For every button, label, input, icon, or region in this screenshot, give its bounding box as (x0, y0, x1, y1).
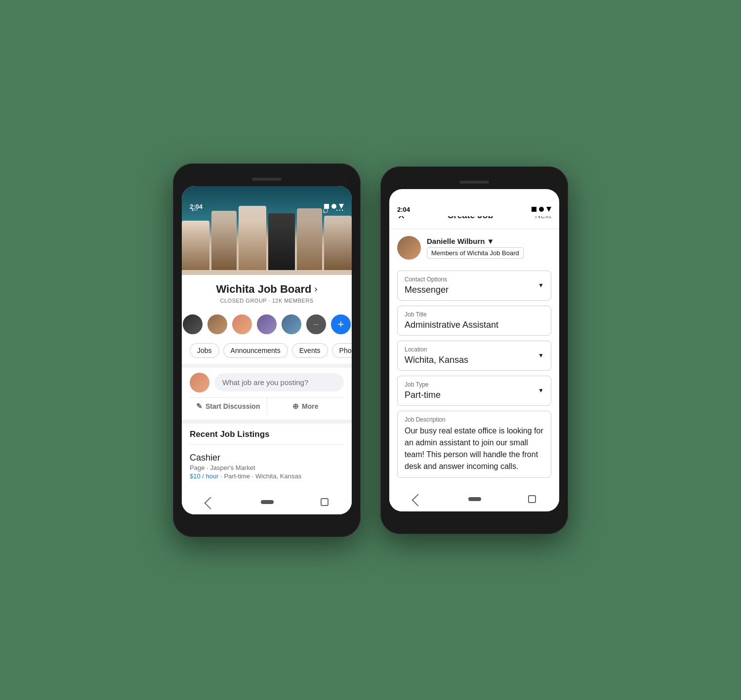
post-input[interactable]: What job are you posting? (214, 373, 344, 391)
phone-left: 2:04 ← ⌕ ··· (173, 163, 361, 537)
dropdown-icon[interactable]: ▼ (487, 237, 494, 245)
job-description-label: Job Description (405, 416, 544, 423)
poster-row: Danielle Wilburn ▼ Members of Wichita Jo… (389, 229, 559, 267)
contact-options-field[interactable]: Contact Options Messenger ▼ (397, 271, 551, 301)
pill-photos[interactable]: Photos (332, 343, 352, 358)
bezel-top-right (389, 175, 559, 189)
nav-back-button-r[interactable] (403, 493, 431, 506)
recents-square-icon-r (528, 495, 536, 503)
post-box-area: What job are you posting? ✎ Start Discus… (182, 364, 352, 420)
speaker-right (459, 181, 489, 184)
job-details-cashier: $10 / hour · Part-time · Wichita, Kansas (190, 472, 344, 480)
pill-announcements[interactable]: Announcements (223, 343, 288, 358)
job-title-field[interactable]: Job Title Administrative Assistant (397, 306, 551, 336)
pill-jobs[interactable]: Jobs (190, 343, 219, 358)
avatar-5[interactable] (281, 313, 302, 335)
cover-photo (182, 186, 352, 275)
job-title-value: Administrative Assistant (405, 320, 544, 330)
home-pill-icon (261, 500, 274, 504)
signal-icon (324, 204, 329, 209)
nav-home-button[interactable] (251, 498, 284, 506)
phones-container: 2:04 ← ⌕ ··· (173, 163, 568, 537)
group-chevron[interactable]: › (314, 284, 317, 294)
status-time-left: 2:04 (190, 203, 203, 210)
more-button[interactable]: ⊕ More (267, 398, 344, 415)
group-header: Wichita Job Board › CLOSED GROUP · 12K M… (182, 275, 352, 308)
bezel-top-left (182, 172, 352, 186)
job-listing-cashier[interactable]: Cashier Page · Jasper's Market $10 / hou… (190, 449, 344, 484)
nav-home-button-r[interactable] (458, 495, 491, 503)
nav-recents-button[interactable] (311, 496, 338, 508)
cover-overlay (182, 186, 352, 275)
location-value: Wichita, Kansas (405, 355, 544, 365)
edit-icon: ✎ (196, 402, 203, 411)
job-source-cashier: Page · Jasper's Market (190, 464, 344, 471)
more-dots: ··· (314, 320, 319, 328)
battery-icon (339, 204, 344, 209)
home-pill-icon-r (468, 497, 481, 501)
job-type-arrow: ▼ (538, 387, 544, 394)
battery-icon-r (546, 207, 551, 212)
status-bar-right: 2:04 (389, 203, 559, 216)
job-type-value: Part-time (405, 390, 544, 400)
avatar-3[interactable] (231, 313, 253, 335)
job-title-cashier: Cashier (190, 453, 344, 463)
nav-back-button[interactable] (195, 496, 224, 508)
avatar-more[interactable]: ··· (305, 313, 327, 335)
wifi-icon (331, 204, 336, 209)
recent-jobs-title: Recent Job Listings (190, 429, 344, 439)
contact-options-arrow: ▼ (538, 282, 544, 289)
phone-right: 2:04 ✕ Create Job Next Danielle Wilburn (380, 166, 568, 534)
signal-icon-r (532, 207, 536, 212)
nav-recents-button-r[interactable] (518, 493, 546, 505)
location-label: Location (405, 346, 544, 353)
post-actions: ✎ Start Discussion ⊕ More (190, 397, 344, 415)
contact-options-label: Contact Options (405, 276, 544, 283)
speaker-left (252, 178, 282, 181)
poster-avatar (397, 236, 421, 260)
bezel-bottom-left (182, 514, 352, 528)
group-name: Wichita Job Board › (190, 283, 344, 296)
category-pills: Jobs Announcements Events Photos (182, 341, 352, 364)
status-icons-right (532, 207, 551, 212)
contact-options-value: Messenger (405, 285, 544, 295)
poster-name: Danielle Wilburn ▼ (427, 237, 524, 245)
recents-square-icon (321, 498, 329, 506)
member-avatars: ··· + (182, 308, 352, 341)
form-section: Contact Options Messenger ▼ Job Title Ad… (389, 267, 559, 487)
job-description-value: Our busy real estate office is looking f… (405, 425, 544, 472)
avatar-1[interactable] (182, 313, 204, 335)
post-input-row: What job are you posting? (190, 373, 344, 392)
location-field[interactable]: Location Wichita, Kansas ▼ (397, 341, 551, 371)
status-bar-left: 2:04 (182, 200, 352, 213)
job-title-label: Job Title (405, 311, 544, 318)
group-meta: CLOSED GROUP · 12K MEMBERS (190, 298, 344, 304)
location-arrow: ▼ (538, 352, 544, 359)
bottom-nav-right (389, 487, 559, 511)
avatar-2[interactable] (206, 313, 228, 335)
back-triangle-icon (205, 497, 217, 509)
start-discussion-button[interactable]: ✎ Start Discussion (190, 398, 267, 415)
poster-group-badge[interactable]: Members of Wichita Job Board (427, 247, 524, 259)
more-dots-icon: ⊕ (292, 402, 299, 411)
back-triangle-icon-r (412, 494, 424, 506)
status-time-right: 2:04 (397, 206, 410, 213)
add-member-button[interactable]: + (330, 313, 352, 335)
pill-events[interactable]: Events (292, 343, 328, 358)
wifi-icon-r (539, 207, 544, 212)
jobs-divider (190, 444, 344, 445)
phone-screen-left: 2:04 ← ⌕ ··· (182, 186, 352, 514)
recent-jobs: Recent Job Listings Cashier Page · Jaspe… (182, 420, 352, 490)
job-description-field[interactable]: Job Description Our busy real estate off… (397, 411, 551, 478)
status-icons-left (324, 204, 344, 209)
post-avatar (190, 373, 209, 392)
poster-info: Danielle Wilburn ▼ Members of Wichita Jo… (427, 237, 524, 259)
avatar-4[interactable] (256, 313, 278, 335)
phone-screen-right: 2:04 ✕ Create Job Next Danielle Wilburn (389, 189, 559, 511)
bottom-nav-left (182, 490, 352, 514)
job-type-field[interactable]: Job Type Part-time ▼ (397, 376, 551, 406)
bezel-bottom-right (389, 511, 559, 525)
job-type-label: Job Type (405, 381, 544, 388)
